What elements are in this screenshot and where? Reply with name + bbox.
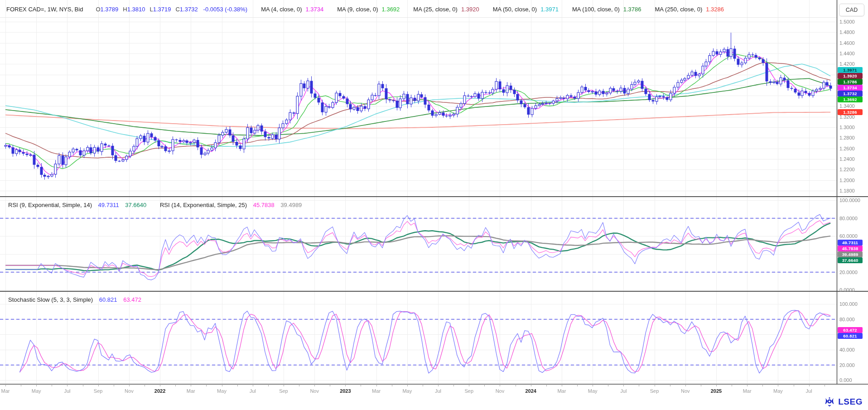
time-axis-month-label: Sep [94,388,103,394]
axis-tick-label: 80.000 [839,317,855,322]
time-axis-month-label: Mar [743,388,752,394]
rsi-panel-title: RSI (9, Exponential, Simple, 14) 49.7311… [8,202,302,208]
time-axis-month-label: Jul [620,388,627,394]
time-axis-month-label: May [32,388,41,394]
time-axis-month-label: Nov [310,388,319,394]
currency-button[interactable]: CAD [839,4,864,16]
axis-tick-label: 1.2000 [839,178,855,183]
chart-window: FOREX CAD=, 1W, NYS, Bid O1.3789 H1.3810… [0,0,868,410]
axis-tick-label: 1.4400 [839,51,855,56]
lseg-logo-text: LSEG [838,397,863,407]
time-axis-month-label: Sep [279,388,288,394]
time-axis-month-label: May [773,388,783,394]
price-badge: 1.3786 [838,79,863,85]
time-axis-year-label: 2022 [154,388,165,394]
axis-tick-label: 1.2600 [839,146,855,151]
time-axis-month-label: Jul [64,388,70,394]
stoch-panel-title: Stochastic Slow (5, 3, 3, Simple) 60.821… [8,296,141,303]
time-axis-month-label: Mar [187,388,195,394]
axis-tick-label: 100.000 [839,301,858,307]
stoch-value-k: 60.821 [99,296,117,303]
axis-tick-label: 1.1800 [839,188,855,193]
axis-tick-label: 1.2800 [839,135,855,140]
time-axis-month-label: Sep [464,388,473,394]
axis-tick-label: 1.3400 [839,103,855,109]
price-badge: 1.3732 [838,91,863,96]
rsi-signal-1: 37.6640 [125,202,146,208]
time-axis-month-label: Jul [250,388,256,394]
time-axis-month-label: Mar [1,388,10,394]
price-badge: 45.7838 [838,246,863,251]
axis-tick-label: 60.0000 [839,233,858,239]
lseg-logo: LSEG [824,397,863,407]
price-badge: 60.821 [838,333,863,339]
ma-legend-entry: MA (9, close, 0)1.3692 [337,6,400,13]
axis-tick-label: 0.0000 [839,287,855,293]
quote-open-label: O [96,6,100,13]
quote-close-label: C [175,6,179,13]
time-axis-month-label: May [402,388,412,394]
quote-low: 1.3719 [153,6,171,13]
time-axis-year-label: 2024 [525,388,536,394]
axis-tick-label: 1.5000 [839,19,855,24]
axis-tick-label: 100.0000 [839,198,860,203]
axis-tick-label: 80.0000 [839,216,858,221]
rsi-value-2: 45.7838 [253,202,275,208]
time-axis-month-label: Sep [650,388,659,394]
time-axis-month-label: Mar [557,388,566,394]
axis-tick-label: 20.000 [839,362,855,368]
ma-legend-entry: MA (100, close, 0)1.3786 [572,6,641,13]
price-badge: 1.3692 [838,96,863,102]
price-badge: 39.4989 [838,251,863,257]
quote-change: -0.0053 (-0.38%) [203,6,248,13]
time-axis-month-label: May [588,388,598,394]
quote-high-label: H [123,6,127,13]
quote-close: 1.3732 [180,6,198,13]
ma-legend-entry: MA (50, close, 0)1.3971 [493,6,559,13]
lseg-emblem-icon [824,397,835,407]
axis-tick-label: 0.000 [839,377,852,383]
instrument-title: FOREX CAD=, 1W, NYS, Bid [6,6,83,13]
ma-legend-entry: MA (250, close, 0)1.3286 [655,6,724,13]
price-badge: 49.7311 [838,240,863,246]
price-badge: 1.3734 [838,85,863,91]
time-axis-month-label: Mar [372,388,381,394]
quote-open: 1.3789 [101,6,119,13]
axis-tick-label: 1.4600 [839,40,855,46]
price-badge: 1.3971 [838,67,863,73]
time-axis-month-label: May [217,388,227,394]
axis-tick-label: 20.0000 [839,270,858,275]
chart-legend: FOREX CAD=, 1W, NYS, Bid O1.3789 H1.3810… [6,5,724,13]
axis-tick-label: 1.4800 [839,29,855,35]
axis-tick-label: 1.3000 [839,125,855,130]
axis-tick-label: 1.2200 [839,167,855,172]
quote-low-label: L [149,6,153,13]
time-axis-year-label: 2023 [340,388,351,394]
time-axis-month-label: Nov [681,388,690,394]
price-badge: 63.472 [838,327,863,333]
rsi-signal-2: 39.4989 [280,202,302,208]
axis-tick-label: 40.000 [839,347,855,352]
ma-legend: MA (4, close, 0)1.3734MA (9, close, 0)1.… [247,6,724,13]
quote-high: 1.3810 [127,6,145,13]
time-axis-month-label: Jul [435,388,441,394]
axis-tick-label: 1.2400 [839,156,855,162]
price-badge: 1.3286 [838,109,863,115]
ma-legend-entry: MA (4, close, 0)1.3734 [261,6,323,13]
ma-legend-entry: MA (25, close, 0)1.3920 [413,6,479,13]
axis-tick-label: 1.4200 [839,61,855,67]
time-axis-year-label: 2025 [711,388,722,394]
price-badge: 1.3920 [838,73,863,79]
rsi-value-1: 49.7311 [98,202,119,208]
time-axis-month-label: Nov [496,388,505,394]
price-badge: 37.6640 [838,257,863,263]
time-axis-month-label: Jul [806,388,812,394]
time-axis-month-label: Nov [125,388,134,394]
stoch-value-d: 63.472 [123,296,141,303]
